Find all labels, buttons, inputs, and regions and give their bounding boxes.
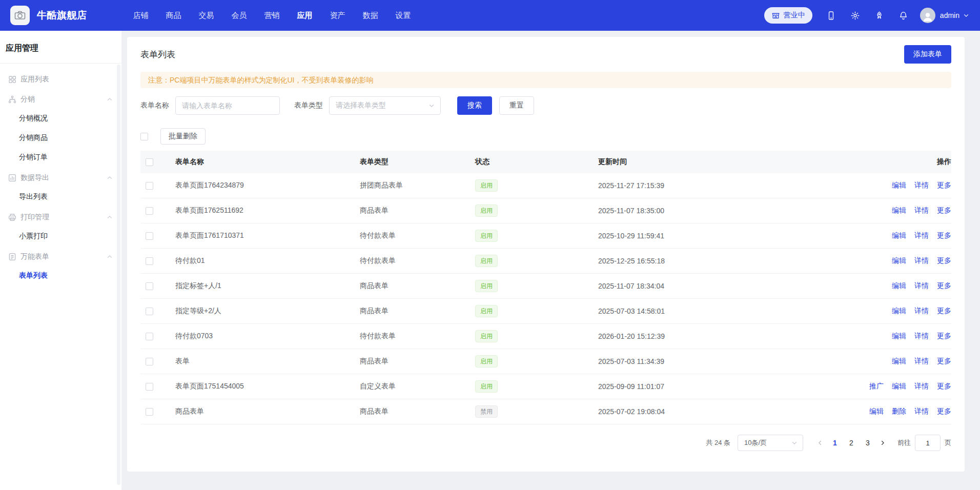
form-type: 拼团商品表单 [360, 181, 475, 190]
action-detail[interactable]: 详情 [914, 206, 929, 215]
action-more[interactable]: 更多 [937, 281, 951, 291]
updated-time: 2025-07-03 14:58:01 [598, 307, 839, 315]
updated-time: 2025-07-02 19:08:04 [598, 407, 839, 416]
action-more[interactable]: 更多 [937, 332, 951, 341]
action-edit[interactable]: 编辑 [892, 206, 906, 215]
action-edit[interactable]: 编辑 [892, 382, 906, 391]
chevron-up-icon[interactable] [106, 96, 113, 103]
store-status-pill[interactable]: 营业中 [764, 7, 812, 24]
table-body: 表单页面1764234879拼团商品表单启用2025-11-27 17:15:3… [140, 173, 951, 424]
chevron-up-icon[interactable] [106, 174, 113, 181]
action-more[interactable]: 更多 [937, 181, 951, 190]
header-checkbox[interactable] [146, 158, 153, 166]
batch-delete-button[interactable]: 批量删除 [160, 128, 206, 145]
sidebar-item-distribution-overview[interactable]: 分销概况 [19, 114, 74, 124]
status-badge: 启用 [475, 179, 498, 192]
action-edit[interactable]: 编辑 [892, 357, 906, 366]
sidebar-group-print-manage[interactable]: 打印管理 [8, 212, 115, 222]
username[interactable]: admin [940, 11, 959, 19]
action-detail[interactable]: 详情 [914, 407, 929, 416]
add-form-button[interactable]: 添加表单 [904, 45, 951, 64]
store-logo[interactable] [10, 6, 30, 25]
action-edit[interactable]: 编辑 [892, 181, 906, 190]
action-detail[interactable]: 详情 [914, 382, 929, 391]
prev-page-icon[interactable] [816, 439, 824, 446]
sidebar-item-form-list[interactable]: 表单列表 [19, 271, 74, 281]
form-name-input[interactable] [175, 96, 280, 115]
sidebar-item-distribution-orders[interactable]: 分销订单 [19, 153, 74, 163]
sidebar-group-distribution[interactable]: 分销 [8, 94, 115, 105]
search-button[interactable]: 搜索 [457, 96, 492, 115]
nav-item-trade[interactable]: 交易 [199, 0, 214, 31]
action-more[interactable]: 更多 [937, 307, 951, 316]
action-edit[interactable]: 编辑 [869, 407, 884, 416]
action-detail[interactable]: 详情 [914, 181, 929, 190]
nav-item-data[interactable]: 数据 [363, 0, 378, 31]
action-detail[interactable]: 详情 [914, 281, 929, 291]
select-all-checkbox[interactable] [140, 133, 148, 140]
chevron-up-icon[interactable] [106, 214, 113, 221]
sidebar-scrollbar[interactable] [117, 65, 120, 485]
table-row: 商品表单商品表单禁用2025-07-02 19:08:04编辑删除详情更多 [140, 399, 951, 424]
chevron-down-icon[interactable] [963, 12, 970, 19]
nav-item-member[interactable]: 会员 [232, 0, 247, 31]
action-detail[interactable]: 详情 [914, 256, 929, 266]
page-number-3[interactable]: 3 [861, 439, 875, 447]
action-detail[interactable]: 详情 [914, 357, 929, 366]
form-type-select[interactable]: 请选择表单类型 [329, 96, 441, 115]
sidebar-item-export-list[interactable]: 导出列表 [19, 192, 74, 202]
action-edit[interactable]: 编辑 [892, 256, 906, 266]
row-checkbox[interactable] [146, 408, 153, 416]
sidebar-group-universal-form[interactable]: 万能表单 [8, 252, 115, 262]
sidebar-item-receipt-print[interactable]: 小票打印 [19, 232, 74, 242]
table-row: 指定标签+人/1商品表单启用2025-11-07 18:34:04编辑详情更多 [140, 274, 951, 299]
row-checkbox[interactable] [146, 383, 153, 391]
row-checkbox[interactable] [146, 308, 153, 315]
action-more[interactable]: 更多 [937, 407, 951, 416]
row-checkbox[interactable] [146, 207, 153, 215]
action-detail[interactable]: 详情 [914, 332, 929, 341]
nav-item-shop[interactable]: 店铺 [133, 0, 149, 31]
action-delete[interactable]: 删除 [892, 407, 906, 416]
goto-page-input[interactable] [915, 435, 941, 451]
action-detail[interactable]: 详情 [914, 307, 929, 316]
row-checkbox[interactable] [146, 182, 153, 190]
action-edit[interactable]: 编辑 [892, 307, 906, 316]
chevron-up-icon[interactable] [106, 253, 113, 260]
row-checkbox[interactable] [146, 358, 153, 365]
row-checkbox[interactable] [146, 282, 153, 290]
bell-icon[interactable] [899, 10, 909, 21]
next-page-icon[interactable] [879, 439, 886, 446]
person-icon [921, 10, 934, 23]
gear-icon[interactable] [850, 10, 861, 21]
page-number-1[interactable]: 1 [828, 439, 842, 447]
nav-item-marketing[interactable]: 营销 [264, 0, 280, 31]
action-promote[interactable]: 推广 [869, 382, 884, 391]
nav-item-asset[interactable]: 资产 [330, 0, 345, 31]
avatar[interactable] [920, 8, 935, 23]
mobile-icon[interactable] [826, 10, 836, 21]
row-checkbox[interactable] [146, 333, 153, 340]
page-number-2[interactable]: 2 [844, 439, 859, 447]
action-edit[interactable]: 编辑 [892, 281, 906, 291]
action-edit[interactable]: 编辑 [892, 231, 906, 240]
rocket-icon[interactable] [874, 10, 885, 21]
action-detail[interactable]: 详情 [914, 231, 929, 240]
action-more[interactable]: 更多 [937, 382, 951, 391]
row-checkbox[interactable] [146, 232, 153, 240]
sidebar-group-app-list[interactable]: 应用列表 [8, 74, 115, 85]
reset-button[interactable]: 重置 [499, 96, 534, 115]
action-more[interactable]: 更多 [937, 357, 951, 366]
form-type: 待付款表单 [360, 231, 475, 240]
page-size-select[interactable]: 10条/页 [738, 435, 803, 451]
nav-item-app[interactable]: 应用 [297, 0, 313, 31]
sidebar-group-data-export[interactable]: 数据导出 [8, 173, 115, 183]
nav-item-settings[interactable]: 设置 [396, 0, 411, 31]
sidebar-item-distribution-goods[interactable]: 分销商品 [19, 133, 74, 144]
action-edit[interactable]: 编辑 [892, 332, 906, 341]
nav-item-goods[interactable]: 商品 [166, 0, 181, 31]
row-checkbox[interactable] [146, 257, 153, 265]
action-more[interactable]: 更多 [937, 256, 951, 266]
action-more[interactable]: 更多 [937, 206, 951, 215]
action-more[interactable]: 更多 [937, 231, 951, 240]
